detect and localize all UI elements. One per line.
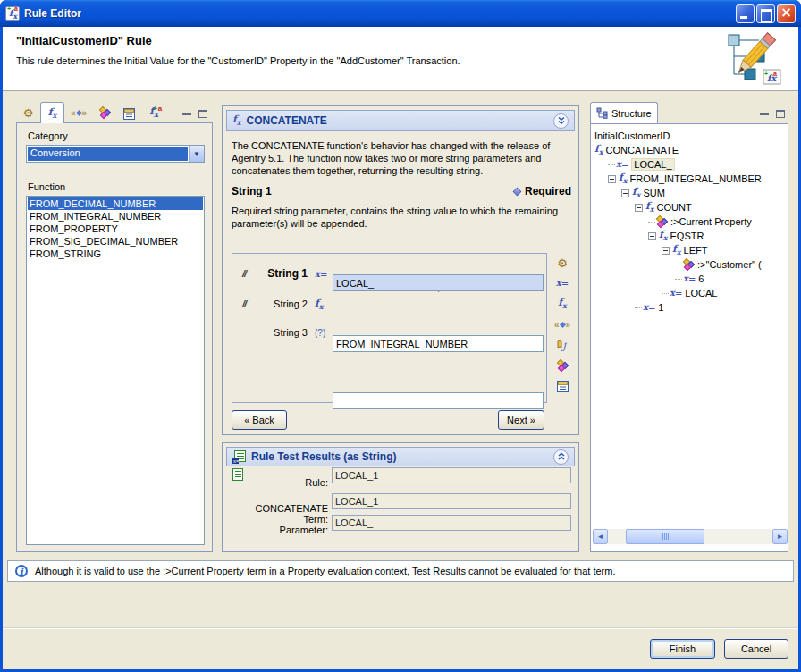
expand-section-button[interactable]: [553, 449, 569, 465]
horizontal-scrollbar[interactable]: ◄ ►: [593, 529, 788, 544]
term-type-toolbar: ⚙x=fx«»J: [553, 256, 571, 392]
function-description: The CONCATENATE function's behavior has …: [232, 139, 573, 177]
tree-node[interactable]: fxFROM_INTEGRAL_NUMBER: [591, 172, 788, 186]
tree-expander-icon[interactable]: [648, 232, 656, 240]
term-type-button[interactable]: J: [556, 339, 569, 351]
result-value[interactable]: [332, 515, 571, 531]
function-list-item[interactable]: FROM_SIG_DECIMAL_NUMBER: [28, 235, 203, 248]
term-type-button[interactable]: [557, 380, 569, 392]
result-value[interactable]: [332, 467, 571, 483]
panel-maximize-icon[interactable]: [776, 110, 785, 118]
tree-connector: [635, 307, 642, 308]
scroll-left-icon[interactable]: ◄: [593, 529, 608, 544]
parameter-label: String 1: [256, 267, 308, 280]
diamonds-icon: [557, 360, 569, 372]
function-list-item[interactable]: FROM_INTEGRAL_NUMBER: [28, 210, 203, 223]
back-button[interactable]: « Back: [232, 410, 287, 430]
function-list[interactable]: FROM_DECIMAL_NUMBERFROM_INTEGRAL_NUMBERF…: [26, 196, 205, 545]
svg-text:a: a: [773, 71, 777, 77]
tab-gear[interactable]: ⚙: [16, 102, 40, 123]
x-equals-icon: x=: [670, 289, 682, 298]
tree-icon: [596, 107, 608, 119]
clipboard-icon: [557, 380, 569, 392]
fx-new-icon: +afx: [148, 107, 162, 120]
tab-angle-diamond[interactable]: «»: [64, 102, 93, 123]
panel-minimize-icon[interactable]: [760, 113, 769, 115]
tree-node[interactable]: :>"Customer" (: [591, 257, 788, 272]
gear-icon: ⚙: [23, 107, 34, 119]
question-icon: (?): [315, 328, 325, 338]
list-icon: [232, 468, 244, 481]
finish-button[interactable]: Finish: [650, 639, 715, 659]
structure-tab-label: Structure: [611, 108, 652, 119]
diamonds-icon: [99, 107, 111, 119]
tree-node[interactable]: fxEQSTR: [591, 229, 788, 243]
minimize-button[interactable]: [736, 4, 755, 23]
next-button[interactable]: Next »: [498, 410, 544, 430]
term-type-button[interactable]: «»: [554, 318, 570, 331]
info-message-bar: i Although it is valid to use the :>Curr…: [7, 560, 794, 582]
panel-maximize-icon[interactable]: [198, 110, 207, 118]
tab-diamonds[interactable]: [93, 102, 117, 123]
info-message: Although it is valid to use the :>Curren…: [35, 566, 615, 576]
term-type-button[interactable]: [557, 359, 569, 372]
parameter-input[interactable]: [333, 274, 544, 291]
term-type-button[interactable]: fx: [558, 298, 567, 310]
structure-tab-strip: Structure: [590, 100, 790, 123]
category-selected-value: Conversion: [28, 147, 188, 161]
function-list-item[interactable]: FROM_DECIMAL_NUMBER: [28, 197, 203, 210]
tree-node[interactable]: :>Current Property: [591, 214, 788, 229]
tree-expander-icon[interactable]: [608, 175, 616, 183]
tree-node-label: 6: [698, 273, 704, 284]
tree-node[interactable]: fxCONCATENATE: [591, 143, 788, 157]
tree-node-label: LOCAL_: [631, 158, 674, 171]
term-type-button[interactable]: ⚙: [557, 256, 568, 269]
tree-node-label: LOCAL_: [685, 288, 722, 298]
tree-expander-icon[interactable]: [621, 189, 629, 197]
tree-node[interactable]: fxSUM: [591, 186, 788, 200]
x-equals-icon: x=: [616, 160, 628, 169]
tree-expander-icon[interactable]: [635, 204, 643, 212]
tree-node[interactable]: InitialCustomerID: [591, 129, 788, 143]
panel-minimize-icon[interactable]: [182, 113, 191, 115]
tree-node[interactable]: x=1: [591, 300, 788, 315]
combobox-dropdown-button[interactable]: ▼: [189, 146, 204, 162]
parameter-row: String 3(?): [232, 323, 546, 341]
parameter-label: String 3: [256, 327, 308, 338]
scroll-right-icon[interactable]: ►: [772, 529, 788, 544]
function-wizard-panel: fx CONCATENATE The CONCATENATE function'…: [222, 105, 579, 435]
diamonds-icon: [656, 216, 668, 228]
function-list-item[interactable]: FROM_STRING: [28, 248, 203, 260]
function-list-item[interactable]: FROM_PROPERTY: [28, 223, 203, 235]
tab-fx[interactable]: fx: [40, 102, 64, 123]
parameter-label: String 2: [256, 298, 308, 309]
angle-diamond-icon: «»: [71, 108, 87, 118]
rule-edit-illustration-icon: fx + a: [721, 29, 782, 87]
tab-clipboard[interactable]: [117, 102, 141, 123]
category-combobox[interactable]: Conversion ▼: [26, 145, 205, 163]
parameter-input[interactable]: [333, 392, 544, 409]
close-button[interactable]: [777, 4, 796, 23]
parameter-description: Required string parameter, contains the …: [232, 205, 571, 230]
term-type-button[interactable]: x=: [556, 277, 569, 290]
tab-fx-new[interactable]: +afx: [141, 102, 168, 123]
rule-editor-app-icon: +afx: [5, 6, 20, 21]
tree-expander-icon[interactable]: [662, 247, 670, 255]
tree-node[interactable]: x=LOCAL_: [591, 286, 788, 300]
result-value[interactable]: [332, 493, 571, 509]
cancel-button[interactable]: Cancel: [724, 639, 788, 659]
tree-node[interactable]: x=6: [591, 272, 788, 286]
tree-node-label: EQSTR: [670, 231, 704, 241]
tree-node[interactable]: x=LOCAL_: [591, 157, 788, 172]
result-label: Rule:: [249, 477, 328, 488]
scrollbar-thumb[interactable]: [626, 529, 704, 544]
function-header-bar: fx CONCATENATE: [226, 110, 575, 131]
maximize-button[interactable]: [756, 4, 775, 23]
scrollbar-track[interactable]: [608, 529, 772, 544]
scroll-icon: J: [556, 339, 569, 351]
tree-node[interactable]: fxCOUNT: [591, 200, 788, 214]
collapse-section-button[interactable]: [553, 113, 569, 129]
tree-node[interactable]: fxLEFT: [591, 243, 788, 257]
tab-structure[interactable]: Structure: [590, 102, 658, 123]
tree-connector: [675, 279, 682, 280]
